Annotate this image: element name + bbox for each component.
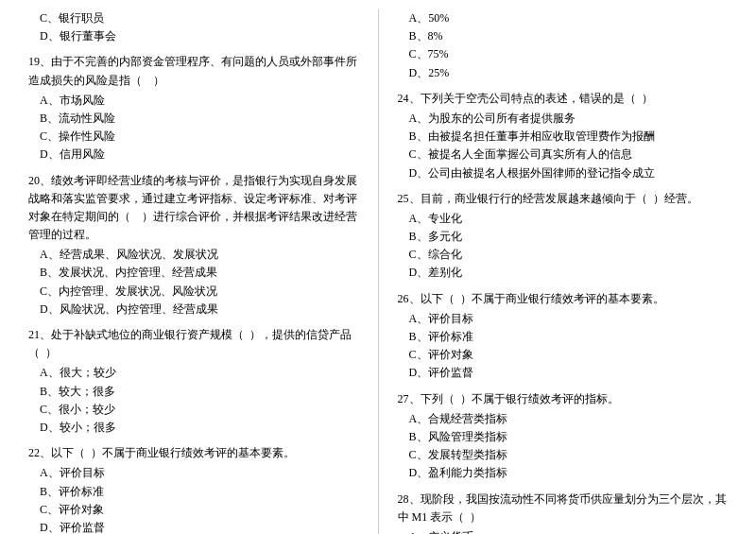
q24-option-d: D、公司由被提名人根据外国律师的登记指令成立 — [409, 164, 729, 182]
q27-option-b: B、风险管理类指标 — [409, 428, 729, 446]
right-column: A、50% B、8% C、75% D、25% 24、下列关于空壳公司特点的表述，… — [384, 9, 729, 534]
q21-option-c: C、很小；较少 — [40, 401, 359, 419]
question-25: 25、目前，商业银行行的经营发展越来越倾向于（ ）经营。 A、专业化 B、多元化… — [398, 190, 729, 283]
q26-option-a: A、评价目标 — [409, 310, 729, 328]
q21-option-a: A、很大；较少 — [40, 364, 359, 382]
q24-option-a: A、为股东的公司所有者提供服务 — [409, 110, 729, 128]
q22-option-d: D、评价监督 — [40, 519, 359, 534]
q22-option-b: B、评价标准 — [40, 483, 359, 501]
q26-option-b: B、评价标准 — [409, 328, 729, 346]
q22-option-a: A、评价目标 — [40, 464, 359, 482]
q21-option-d: D、较小；很多 — [40, 419, 359, 437]
q22-option-c: C、评价对象 — [40, 501, 359, 519]
q20-option-b: B、发展状况、内控管理、经营成果 — [40, 264, 359, 282]
q27-option-d: D、盈利能力类指标 — [409, 464, 729, 482]
option-d-25: D、25% — [409, 64, 729, 82]
q28-option-a: A、广义货币 — [409, 528, 729, 534]
q25-option-a: A、专业化 — [409, 210, 729, 228]
q21-option-b: B、较大；很多 — [40, 383, 359, 401]
q20-option-d: D、风险状况、内控管理、经营成果 — [40, 301, 359, 319]
q19-option-a: A、市场风险 — [40, 92, 359, 110]
prev-question-options-right: A、50% B、8% C、75% D、25% — [398, 9, 729, 82]
q24-option-b: B、由被提名担任董事并相应收取管理费作为报酬 — [409, 128, 729, 146]
option-a-50: A、50% — [409, 9, 729, 27]
q19-stem: 19、由于不完善的内部资金管理程序、有问题的人员或外部事件所造成损失的风险是指（… — [28, 53, 359, 89]
page-content: C、银行职员 D、银行董事会 19、由于不完善的内部资金管理程序、有问题的人员或… — [28, 9, 728, 534]
option-d-board: D、银行董事会 — [40, 27, 359, 45]
q26-stem: 26、以下（ ）不属于商业银行绩效考评的基本要素。 — [398, 290, 729, 308]
q26-option-c: C、评价对象 — [409, 346, 729, 364]
q28-stem: 28、现阶段，我国按流动性不同将货币供应量划分为三个层次，其中 M1 表示（ ） — [398, 491, 729, 526]
q21-stem: 21、处于补缺式地位的商业银行资产规模（ ），提供的信贷产品（ ） — [28, 326, 359, 362]
question-20: 20、绩效考评即经营业绩的考核与评价，是指银行为实现自身发展战略和落实监管要求，… — [28, 172, 359, 319]
q24-stem: 24、下列关于空壳公司特点的表述，错误的是（ ） — [398, 90, 729, 108]
q20-stem: 20、绩效考评即经营业绩的考核与评价，是指银行为实现自身发展战略和落实监管要求，… — [28, 172, 359, 245]
question-24: 24、下列关于空壳公司特点的表述，错误的是（ ） A、为股东的公司所有者提供服务… — [398, 90, 729, 182]
column-divider — [378, 9, 379, 534]
option-b-8: B、8% — [409, 27, 729, 45]
q19-option-d: D、信用风险 — [40, 146, 359, 164]
q25-option-d: D、差别化 — [409, 264, 729, 282]
question-28: 28、现阶段，我国按流动性不同将货币供应量划分为三个层次，其中 M1 表示（ ）… — [398, 491, 729, 535]
option-c-75: C、75% — [409, 45, 729, 63]
q25-stem: 25、目前，商业银行行的经营发展越来越倾向于（ ）经营。 — [398, 190, 729, 208]
q25-option-c: C、综合化 — [409, 246, 729, 264]
option-c-bank-staff: C、银行职员 — [40, 9, 359, 27]
q20-option-c: C、内控管理、发展状况、风险状况 — [40, 283, 359, 301]
q20-option-a: A、经营成果、风险状况、发展状况 — [40, 246, 359, 264]
q26-option-d: D、评价监督 — [409, 364, 729, 382]
question-21: 21、处于补缺式地位的商业银行资产规模（ ），提供的信贷产品（ ） A、很大；较… — [28, 326, 359, 437]
left-column: C、银行职员 D、银行董事会 19、由于不完善的内部资金管理程序、有问题的人员或… — [28, 9, 373, 534]
question-19: 19、由于不完善的内部资金管理程序、有问题的人员或外部事件所造成损失的风险是指（… — [28, 53, 359, 164]
q19-option-b: B、流动性风险 — [40, 110, 359, 128]
q24-option-c: C、被提名人全面掌握公司真实所有人的信息 — [409, 146, 729, 164]
q25-option-b: B、多元化 — [409, 228, 729, 246]
q27-stem: 27、下列（ ）不属于银行绩效考评的指标。 — [398, 390, 729, 408]
question-26: 26、以下（ ）不属于商业银行绩效考评的基本要素。 A、评价目标 B、评价标准 … — [398, 290, 729, 383]
question-27: 27、下列（ ）不属于银行绩效考评的指标。 A、合规经营类指标 B、风险管理类指… — [398, 390, 729, 483]
q22-stem: 22、以下（ ）不属于商业银行绩效考评的基本要素。 — [28, 444, 359, 462]
q27-option-a: A、合规经营类指标 — [409, 410, 729, 428]
q19-option-c: C、操作性风险 — [40, 128, 359, 146]
q27-option-c: C、发展转型类指标 — [409, 446, 729, 464]
prev-question-options: C、银行职员 D、银行董事会 — [28, 9, 359, 45]
question-22: 22、以下（ ）不属于商业银行绩效考评的基本要素。 A、评价目标 B、评价标准 … — [28, 444, 359, 534]
